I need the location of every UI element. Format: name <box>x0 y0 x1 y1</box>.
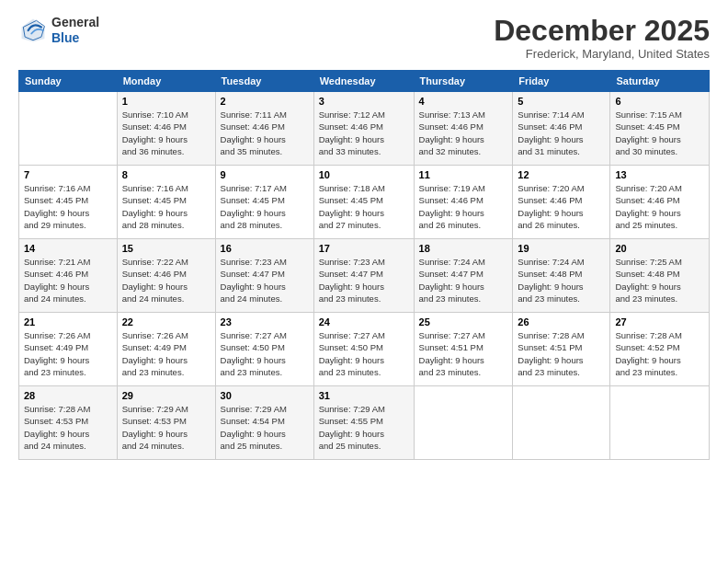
calendar-cell: 11Sunrise: 7:19 AM Sunset: 4:46 PM Dayli… <box>414 166 513 239</box>
day-info: Sunrise: 7:16 AM Sunset: 4:45 PM Dayligh… <box>24 182 112 231</box>
day-info: Sunrise: 7:22 AM Sunset: 4:46 PM Dayligh… <box>122 256 210 304</box>
day-number: 11 <box>419 169 508 180</box>
calendar-cell: 10Sunrise: 7:18 AM Sunset: 4:45 PM Dayli… <box>313 166 414 239</box>
calendar-cell <box>19 92 118 166</box>
calendar-cell: 23Sunrise: 7:27 AM Sunset: 4:50 PM Dayli… <box>215 313 313 386</box>
calendar-cell: 4Sunrise: 7:13 AM Sunset: 4:46 PM Daylig… <box>414 92 513 166</box>
day-info: Sunrise: 7:26 AM Sunset: 4:49 PM Dayligh… <box>122 329 210 378</box>
day-info: Sunrise: 7:11 AM Sunset: 4:46 PM Dayligh… <box>221 109 309 157</box>
logo: General Blue <box>18 15 99 46</box>
calendar-cell: 18Sunrise: 7:24 AM Sunset: 4:47 PM Dayli… <box>414 239 513 313</box>
day-number: 4 <box>419 96 508 107</box>
day-info: Sunrise: 7:29 AM Sunset: 4:55 PM Dayligh… <box>319 403 409 452</box>
calendar-cell: 6Sunrise: 7:15 AM Sunset: 4:45 PM Daylig… <box>610 92 710 166</box>
day-number: 18 <box>419 243 508 254</box>
day-info: Sunrise: 7:14 AM Sunset: 4:46 PM Dayligh… <box>518 109 605 157</box>
day-info: Sunrise: 7:23 AM Sunset: 4:47 PM Dayligh… <box>319 256 409 304</box>
calendar-cell: 7Sunrise: 7:16 AM Sunset: 4:45 PM Daylig… <box>19 166 118 239</box>
day-number: 13 <box>615 169 704 180</box>
day-number: 28 <box>24 390 112 401</box>
day-number: 25 <box>419 316 508 327</box>
calendar-table: SundayMondayTuesdayWednesdayThursdayFrid… <box>18 70 710 460</box>
weekday-header-wednesday: Wednesday <box>313 71 414 92</box>
day-info: Sunrise: 7:27 AM Sunset: 4:51 PM Dayligh… <box>419 329 508 378</box>
day-number: 19 <box>518 243 605 254</box>
calendar-cell: 3Sunrise: 7:12 AM Sunset: 4:46 PM Daylig… <box>313 92 414 166</box>
day-number: 14 <box>24 243 112 254</box>
day-info: Sunrise: 7:27 AM Sunset: 4:50 PM Dayligh… <box>221 329 309 378</box>
day-info: Sunrise: 7:18 AM Sunset: 4:45 PM Dayligh… <box>319 182 409 231</box>
calendar-cell: 12Sunrise: 7:20 AM Sunset: 4:46 PM Dayli… <box>513 166 610 239</box>
calendar-cell: 17Sunrise: 7:23 AM Sunset: 4:47 PM Dayli… <box>313 239 414 313</box>
calendar-cell: 13Sunrise: 7:20 AM Sunset: 4:46 PM Dayli… <box>610 166 710 239</box>
day-number: 29 <box>122 390 210 401</box>
day-number: 26 <box>518 316 605 327</box>
calendar-cell <box>513 386 610 460</box>
day-info: Sunrise: 7:20 AM Sunset: 4:46 PM Dayligh… <box>518 182 605 231</box>
calendar-week-row: 7Sunrise: 7:16 AM Sunset: 4:45 PM Daylig… <box>19 166 710 239</box>
day-number: 24 <box>319 316 409 327</box>
calendar-cell: 26Sunrise: 7:28 AM Sunset: 4:51 PM Dayli… <box>513 313 610 386</box>
day-info: Sunrise: 7:16 AM Sunset: 4:45 PM Dayligh… <box>122 182 210 231</box>
day-info: Sunrise: 7:19 AM Sunset: 4:46 PM Dayligh… <box>419 182 508 231</box>
day-number: 8 <box>122 169 210 180</box>
calendar-cell: 19Sunrise: 7:24 AM Sunset: 4:48 PM Dayli… <box>513 239 610 313</box>
calendar-cell: 29Sunrise: 7:29 AM Sunset: 4:53 PM Dayli… <box>117 386 215 460</box>
day-number: 30 <box>221 390 309 401</box>
day-info: Sunrise: 7:24 AM Sunset: 4:48 PM Dayligh… <box>518 256 605 304</box>
calendar-cell: 8Sunrise: 7:16 AM Sunset: 4:45 PM Daylig… <box>117 166 215 239</box>
day-number: 21 <box>24 316 112 327</box>
day-info: Sunrise: 7:15 AM Sunset: 4:45 PM Dayligh… <box>615 109 704 157</box>
calendar-cell <box>414 386 513 460</box>
day-number: 15 <box>122 243 210 254</box>
calendar-week-row: 14Sunrise: 7:21 AM Sunset: 4:46 PM Dayli… <box>19 239 710 313</box>
day-number: 16 <box>221 243 309 254</box>
day-number: 7 <box>24 169 112 180</box>
weekday-header-saturday: Saturday <box>610 71 710 92</box>
day-number: 2 <box>221 96 309 107</box>
weekday-header-monday: Monday <box>117 71 215 92</box>
calendar-cell: 24Sunrise: 7:27 AM Sunset: 4:50 PM Dayli… <box>313 313 414 386</box>
day-info: Sunrise: 7:27 AM Sunset: 4:50 PM Dayligh… <box>319 329 409 378</box>
calendar-cell: 9Sunrise: 7:17 AM Sunset: 4:45 PM Daylig… <box>215 166 313 239</box>
calendar-week-row: 1Sunrise: 7:10 AM Sunset: 4:46 PM Daylig… <box>19 92 710 166</box>
logo-line1: General <box>51 15 99 30</box>
day-info: Sunrise: 7:28 AM Sunset: 4:53 PM Dayligh… <box>24 403 112 452</box>
weekday-header-sunday: Sunday <box>19 71 118 92</box>
day-info: Sunrise: 7:17 AM Sunset: 4:45 PM Dayligh… <box>221 182 309 231</box>
calendar-cell: 27Sunrise: 7:28 AM Sunset: 4:52 PM Dayli… <box>610 313 710 386</box>
day-info: Sunrise: 7:20 AM Sunset: 4:46 PM Dayligh… <box>615 182 704 231</box>
day-info: Sunrise: 7:28 AM Sunset: 4:51 PM Dayligh… <box>518 329 605 378</box>
day-number: 3 <box>319 96 409 107</box>
day-number: 23 <box>221 316 309 327</box>
day-info: Sunrise: 7:29 AM Sunset: 4:53 PM Dayligh… <box>122 403 210 452</box>
location: Frederick, Maryland, United States <box>494 47 710 61</box>
title-block: December 2025 Frederick, Maryland, Unite… <box>494 15 710 61</box>
calendar-cell: 25Sunrise: 7:27 AM Sunset: 4:51 PM Dayli… <box>414 313 513 386</box>
month-title: December 2025 <box>494 15 710 47</box>
day-info: Sunrise: 7:21 AM Sunset: 4:46 PM Dayligh… <box>24 256 112 304</box>
calendar-cell: 14Sunrise: 7:21 AM Sunset: 4:46 PM Dayli… <box>19 239 118 313</box>
day-number: 1 <box>122 96 210 107</box>
day-info: Sunrise: 7:28 AM Sunset: 4:52 PM Dayligh… <box>615 329 704 378</box>
day-info: Sunrise: 7:29 AM Sunset: 4:54 PM Dayligh… <box>221 403 309 452</box>
weekday-header-tuesday: Tuesday <box>215 71 313 92</box>
weekday-header-row: SundayMondayTuesdayWednesdayThursdayFrid… <box>19 71 710 92</box>
day-number: 12 <box>518 169 605 180</box>
calendar-cell: 28Sunrise: 7:28 AM Sunset: 4:53 PM Dayli… <box>19 386 118 460</box>
day-info: Sunrise: 7:13 AM Sunset: 4:46 PM Dayligh… <box>419 109 508 157</box>
calendar-cell: 21Sunrise: 7:26 AM Sunset: 4:49 PM Dayli… <box>19 313 118 386</box>
day-info: Sunrise: 7:10 AM Sunset: 4:46 PM Dayligh… <box>122 109 210 157</box>
logo-text: General Blue <box>51 15 99 46</box>
day-info: Sunrise: 7:23 AM Sunset: 4:47 PM Dayligh… <box>221 256 309 304</box>
day-info: Sunrise: 7:12 AM Sunset: 4:46 PM Dayligh… <box>319 109 409 157</box>
calendar-week-row: 21Sunrise: 7:26 AM Sunset: 4:49 PM Dayli… <box>19 313 710 386</box>
day-number: 31 <box>319 390 409 401</box>
calendar-cell: 5Sunrise: 7:14 AM Sunset: 4:46 PM Daylig… <box>513 92 610 166</box>
day-number: 22 <box>122 316 210 327</box>
weekday-header-friday: Friday <box>513 71 610 92</box>
day-number: 27 <box>615 316 704 327</box>
day-number: 5 <box>518 96 605 107</box>
calendar-cell: 1Sunrise: 7:10 AM Sunset: 4:46 PM Daylig… <box>117 92 215 166</box>
calendar-cell: 2Sunrise: 7:11 AM Sunset: 4:46 PM Daylig… <box>215 92 313 166</box>
